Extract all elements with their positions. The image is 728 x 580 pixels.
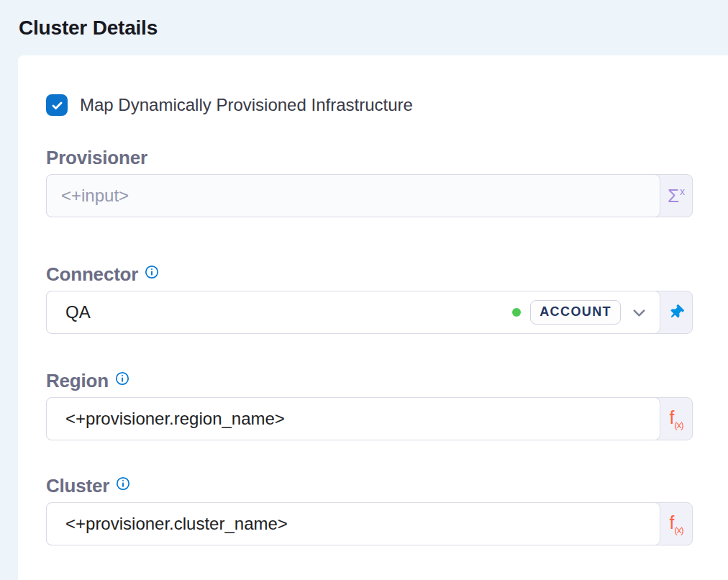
provisioner-field-group: Provisioner Σx	[46, 147, 693, 217]
region-info-icon[interactable]	[115, 371, 129, 386]
connector-chevron-down-icon[interactable]	[628, 302, 650, 323]
connector-scope-badge: ACCOUNT	[530, 300, 621, 325]
expression-fx-icon: f(x)	[669, 514, 683, 535]
thumbtack-icon	[666, 302, 686, 322]
runtime-input-sigma-icon: Σx	[668, 186, 685, 205]
cluster-input[interactable]	[65, 514, 650, 534]
cluster-field: f(x)	[46, 502, 693, 545]
region-label: Region	[46, 370, 109, 392]
connector-pin-button[interactable]	[660, 291, 692, 333]
connector-input-area[interactable]: ACCOUNT	[46, 291, 660, 334]
region-input[interactable]	[65, 409, 650, 429]
region-field-group: Region f(x)	[46, 370, 693, 440]
page-title: Cluster Details	[0, 0, 728, 39]
connector-input[interactable]	[65, 302, 512, 322]
checkmark-icon	[50, 99, 64, 112]
region-input-area[interactable]	[46, 397, 660, 440]
cluster-expression-button[interactable]: f(x)	[660, 503, 692, 545]
region-expression-button[interactable]: f(x)	[660, 398, 692, 440]
connector-field: ACCOUNT	[46, 291, 693, 334]
connector-label: Connector	[46, 263, 138, 286]
expression-fx-icon: f(x)	[669, 409, 683, 430]
cluster-info-icon[interactable]	[116, 476, 130, 491]
cluster-field-group: Cluster f(x)	[46, 475, 693, 545]
connector-status-dot	[512, 308, 521, 317]
provisioner-field: Σx	[46, 174, 693, 217]
cluster-details-panel: Map Dynamically Provisioned Infrastructu…	[18, 55, 728, 580]
map-dynamic-infra-checkbox-row[interactable]: Map Dynamically Provisioned Infrastructu…	[46, 94, 693, 116]
map-dynamic-infra-checkbox[interactable]	[46, 94, 68, 116]
map-dynamic-infra-label[interactable]: Map Dynamically Provisioned Infrastructu…	[80, 95, 413, 115]
provisioner-input-area	[46, 174, 660, 217]
cluster-input-area[interactable]	[46, 502, 660, 545]
connector-info-icon[interactable]	[145, 265, 159, 279]
connector-field-group: Connector ACCOUNT	[46, 263, 693, 334]
cluster-label: Cluster	[46, 475, 109, 497]
provisioner-label: Provisioner	[46, 147, 147, 169]
provisioner-input[interactable]	[61, 186, 650, 206]
provisioner-input-type-button[interactable]: Σx	[660, 175, 692, 217]
region-field: f(x)	[46, 397, 693, 440]
